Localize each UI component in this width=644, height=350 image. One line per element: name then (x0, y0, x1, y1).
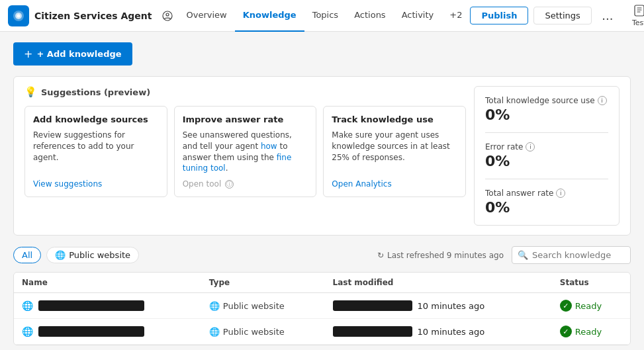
svg-point-4 (166, 13, 169, 16)
filter-bar: All 🌐 Public website ↻ Last refreshed 9 … (13, 246, 631, 264)
row-1-type-cell: 🌐 Public website (201, 293, 325, 319)
row-1-name-cell: 🌐 (14, 293, 201, 319)
add-knowledge-button[interactable]: + + Add knowledge (13, 42, 132, 66)
nav-tabs: Overview Knowledge Topics Actions Activi… (178, 0, 470, 32)
open-tool-link[interactable]: Open tool ⓘ (183, 179, 308, 189)
row-2-type: Public website (223, 327, 285, 337)
row-2-modified-redacted (333, 326, 412, 337)
filter-public-website-label: Public website (69, 250, 130, 260)
row-1-modified-ago: 10 minutes ago (418, 301, 485, 311)
svg-point-2 (17, 14, 21, 17)
knowledge-table: Name Type Last modified Status 🌐 (14, 273, 630, 345)
bulb-icon: 💡 (24, 86, 37, 98)
row-2-name-redacted (38, 326, 144, 337)
row-2-status-text: Ready (575, 327, 602, 337)
card-3-title: Track knowledge use (332, 114, 457, 124)
open-analytics-link[interactable]: Open Analytics (332, 179, 457, 189)
card-1-title: Add knowledge sources (33, 114, 159, 124)
search-input-wrap: 🔍 (512, 246, 631, 264)
suggestions-header: 💡 Suggestions (preview) (24, 86, 466, 98)
card-2-desc: See unanswered questions, and tell your … (183, 130, 308, 174)
tab-topics[interactable]: Topics (304, 0, 346, 32)
agent-icon-button[interactable] (162, 7, 173, 25)
row-1-modified-cell: 10 minutes ago (325, 293, 552, 319)
stat-1-value: 0% (485, 153, 608, 169)
stat-total-source-use: Total knowledge source use i 0% (485, 96, 608, 123)
row-1-status-icon: ✓ (560, 300, 572, 312)
settings-button[interactable]: Settings (533, 7, 591, 24)
stat-1-info-icon[interactable]: i (526, 142, 535, 152)
search-icon: 🔍 (518, 250, 528, 260)
stat-error-rate: Error rate i 0% (485, 142, 608, 169)
col-name: Name (14, 273, 201, 293)
row-1-type: Public website (223, 301, 285, 311)
tab-activity[interactable]: Activity (394, 0, 442, 32)
card-2-title: Improve answer rate (183, 114, 308, 124)
row-2-modified-ago: 10 minutes ago (418, 327, 485, 337)
suggestion-card-track-knowledge: Track knowledge use Make sure your agent… (323, 106, 466, 197)
row-1-globe-icon: 🌐 (22, 300, 33, 311)
row-1-status-cell: ✓ Ready (552, 293, 630, 319)
test-label: Test (632, 19, 644, 27)
filter-public-website-button[interactable]: 🌐 Public website (46, 247, 139, 263)
row-2-globe-icon: 🌐 (22, 326, 33, 337)
suggestion-card-add-sources: Add knowledge sources Review suggestions… (24, 106, 167, 197)
row-2-status-icon: ✓ (560, 326, 572, 337)
row-1-type-globe-icon: 🌐 (209, 301, 220, 311)
row-1-modified-redacted (333, 300, 412, 311)
last-refreshed: ↻ Last refreshed 9 minutes ago (377, 251, 504, 260)
row-2-type-globe-icon: 🌐 (209, 327, 220, 337)
plus-icon: + (24, 48, 32, 60)
row-2-status-cell: ✓ Ready (552, 319, 630, 345)
test-button[interactable]: Test (623, 4, 644, 27)
stats-panel: Total knowledge source use i 0% Error ra… (474, 86, 620, 226)
row-2-name-cell: 🌐 (14, 319, 201, 345)
refresh-icon[interactable]: ↻ (377, 251, 384, 260)
col-last-modified: Last modified (325, 273, 552, 293)
stat-2-value: 0% (485, 199, 608, 216)
tab-more[interactable]: +2 (441, 0, 470, 32)
stat-0-label: Total knowledge source use (485, 96, 595, 105)
suggestion-card-improve-answer: Improve answer rate See unanswered quest… (174, 106, 317, 197)
globe-filter-icon: 🌐 (55, 250, 66, 260)
card-1-desc: Review suggestions for references to add… (33, 130, 159, 174)
more-button[interactable]: ... (597, 5, 618, 26)
table-row[interactable]: 🌐 🌐 Public website 10 minutes (14, 293, 630, 319)
stat-2-label: Total answer rate (485, 189, 553, 198)
suggestions-left: 💡 Suggestions (preview) Add knowledge so… (24, 86, 466, 226)
info-circle-icon: ⓘ (225, 180, 234, 189)
knowledge-table-wrap: Name Type Last modified Status 🌐 (13, 272, 631, 345)
filter-right: ↻ Last refreshed 9 minutes ago 🔍 (377, 246, 631, 264)
view-suggestions-link[interactable]: View suggestions (33, 179, 159, 189)
col-status: Status (552, 273, 630, 293)
nav-right: Publish Settings ... Test (470, 4, 644, 27)
tab-actions[interactable]: Actions (346, 0, 394, 32)
row-2-type-cell: 🌐 Public website (201, 319, 325, 345)
row-1-name-redacted (38, 300, 144, 311)
stat-divider-1 (485, 132, 608, 133)
stat-divider-2 (485, 179, 608, 179)
stat-0-info-icon[interactable]: i (598, 96, 607, 105)
row-2-modified-cell: 10 minutes ago (325, 319, 552, 345)
suggestions-header-text: Suggestions (preview) (41, 87, 150, 97)
app-name: Citizen Services Agent (34, 11, 152, 21)
search-knowledge-input[interactable] (532, 250, 625, 260)
top-nav: Citizen Services Agent Overview Knowledg… (0, 0, 644, 32)
app-icon (8, 5, 29, 26)
suggestions-section: 💡 Suggestions (preview) Add knowledge so… (13, 76, 631, 236)
svg-rect-5 (635, 5, 644, 16)
suggestions-cards: Add knowledge sources Review suggestions… (24, 106, 466, 197)
stat-0-value: 0% (485, 107, 608, 123)
table-body: 🌐 🌐 Public website 10 minutes (14, 293, 630, 345)
stat-2-info-icon[interactable]: i (556, 189, 565, 198)
tab-overview[interactable]: Overview (178, 0, 234, 32)
table-header: Name Type Last modified Status (14, 273, 630, 293)
publish-button[interactable]: Publish (470, 7, 528, 24)
filter-all-button[interactable]: All (13, 247, 41, 263)
stat-1-label: Error rate (485, 142, 523, 152)
add-knowledge-label: + Add knowledge (36, 49, 121, 59)
table-row[interactable]: 🌐 🌐 Public website 10 minutes (14, 319, 630, 345)
page-content: + + Add knowledge 💡 Suggestions (preview… (0, 32, 644, 350)
tab-knowledge[interactable]: Knowledge (235, 0, 304, 32)
stat-total-answer-rate: Total answer rate i 0% (485, 189, 608, 216)
